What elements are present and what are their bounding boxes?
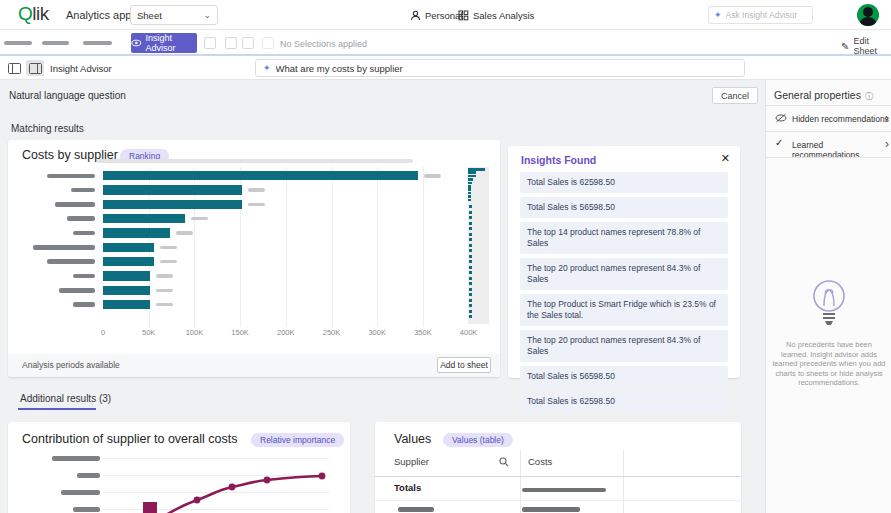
redacted-value-label [424, 174, 441, 178]
bar[interactable] [103, 286, 150, 296]
minimap-dash [469, 315, 472, 318]
insight-item[interactable]: The top 20 product names represent 84.3%… [520, 330, 728, 362]
bar[interactable] [103, 200, 242, 210]
workspace-menu[interactable]: Sales Analysis [458, 0, 534, 30]
minimap-dash [469, 271, 472, 274]
redacted-category-label [59, 288, 95, 293]
bar[interactable] [103, 185, 242, 195]
insight-advisor-toggle-button[interactable]: Insight Advisor [131, 33, 197, 53]
edit-sheet-button[interactable]: ✎ Edit Sheet [841, 36, 891, 56]
learned-recommendations-row[interactable]: ✓ Learned recommendations › [766, 132, 891, 157]
top-bar: Qlik Analytics app Sheet ⌄ Personal Sale… [0, 0, 891, 30]
main-area: Natural language question Cancel Matchin… [0, 80, 891, 513]
nlq-search-box: ✦ [255, 59, 745, 77]
column-divider [623, 450, 624, 513]
selection-checkbox-2[interactable] [225, 37, 237, 49]
minimap-dash [469, 282, 472, 285]
avatar-head [863, 7, 873, 17]
minimap-bar [468, 195, 471, 198]
insight-item[interactable]: The top Product is Smart Fridge which is… [520, 294, 728, 326]
search-icon[interactable] [499, 457, 509, 467]
x-axis-tick: 150K [231, 328, 249, 337]
insight-item[interactable]: Total Sales is 62598.50 [520, 391, 728, 412]
totals-label: Totals [394, 482, 421, 493]
x-axis-tick: 250K [323, 328, 341, 337]
redacted-cell [522, 507, 580, 512]
insight-advisor-panel-label: Insight Advisor [50, 63, 112, 74]
selection-checkbox-3[interactable] [242, 37, 254, 49]
header-divider [375, 476, 741, 477]
sheet-selector[interactable]: Sheet ⌄ [130, 5, 218, 25]
insights-list: Total Sales is 62598.50Total Sales is 56… [520, 172, 728, 412]
column-header-costs[interactable]: Costs [528, 456, 552, 467]
qlik-logo[interactable]: Qlik [18, 3, 49, 25]
chart-scroll-minimap[interactable] [468, 167, 489, 324]
selection-checkbox-4[interactable] [262, 37, 274, 49]
hidden-recommendations-row[interactable]: Hidden recommendations › [766, 106, 891, 131]
close-icon[interactable]: ✕ [721, 152, 730, 165]
x-axis-tick: 100K [186, 328, 204, 337]
pencil-icon: ✎ [841, 41, 849, 52]
right-panel-toggle[interactable] [26, 60, 44, 76]
redacted-value-label [156, 289, 173, 293]
x-axis-tick: 50K [142, 328, 155, 337]
redacted-category-label [47, 259, 95, 264]
minimap-dash [469, 222, 472, 225]
minimap-dash [469, 299, 472, 302]
ask-insight-advisor-input[interactable] [726, 10, 806, 20]
minimap-dash [469, 266, 472, 269]
tab-active-underline [18, 408, 96, 410]
tab-additional-results[interactable]: Additional results (3) [20, 393, 111, 404]
redacted-value-label [248, 203, 265, 207]
eye-icon [131, 39, 142, 47]
bar[interactable] [103, 300, 150, 310]
matching-results-label: Matching results [11, 123, 84, 134]
sparkle-icon: ✦ [263, 63, 271, 73]
insight-item[interactable]: The top 20 product names represent 84.3%… [520, 258, 728, 290]
qlik-analytics-window: Qlik Analytics app Sheet ⌄ Personal Sale… [0, 0, 891, 513]
add-to-sheet-button[interactable]: Add to sheet [437, 357, 491, 373]
selection-checkbox-1[interactable] [204, 37, 216, 49]
minimap-bar [468, 199, 471, 202]
cancel-button[interactable]: Cancel [712, 87, 758, 104]
bar[interactable] [103, 228, 170, 238]
edit-sheet-label: Edit Sheet [853, 36, 891, 56]
pareto-curve [149, 476, 322, 513]
properties-sidebar: General propertiesⓘ Hidden recommendatio… [765, 80, 891, 513]
x-axis-tick: 200K [277, 328, 295, 337]
user-avatar[interactable] [857, 4, 879, 26]
redacted-category-label [73, 231, 95, 236]
bar[interactable] [103, 243, 154, 253]
insight-item[interactable]: Total Sales is 62598.50 [520, 172, 728, 193]
insight-item[interactable]: Total Sales is 56598.50 [520, 197, 728, 218]
bar[interactable] [103, 214, 185, 224]
app-title: Analytics app [66, 9, 131, 21]
minimap-dash [469, 249, 472, 252]
x-axis-tick: 0 [101, 328, 105, 337]
bar[interactable] [103, 171, 418, 181]
bar[interactable] [103, 257, 154, 267]
insight-item[interactable]: Total Sales is 56598.50 [520, 366, 728, 387]
contribution-card: Contribution of supplier to overall cost… [8, 422, 350, 513]
minimap-bar [468, 168, 485, 171]
redacted-cell [398, 507, 434, 512]
info-icon: ⓘ [865, 91, 874, 101]
grid-icon [458, 10, 469, 21]
ask-insight-advisor-box: ✦ [708, 6, 813, 24]
personal-menu[interactable]: Personal [410, 0, 463, 30]
minimap-bar [468, 178, 473, 181]
minimap-bar [468, 171, 476, 174]
gridline [286, 167, 287, 327]
minimap-dash [469, 304, 472, 307]
redacted-tab-label [83, 41, 112, 45]
bar[interactable] [103, 271, 150, 281]
insight-item[interactable]: The top 14 product names represent 78.8%… [520, 222, 728, 254]
bar-card-footer: Analysis periods available Add to sheet [8, 354, 500, 377]
column-header-supplier[interactable]: Supplier [394, 456, 429, 467]
bar-chart: 050K100K150K200K250K300K350K400K [8, 140, 500, 350]
gridline [377, 167, 378, 327]
minimap-bar [468, 175, 476, 178]
left-panel-toggle[interactable] [5, 60, 23, 76]
panel-left-icon [8, 63, 21, 74]
nlq-search-input[interactable] [276, 63, 737, 74]
